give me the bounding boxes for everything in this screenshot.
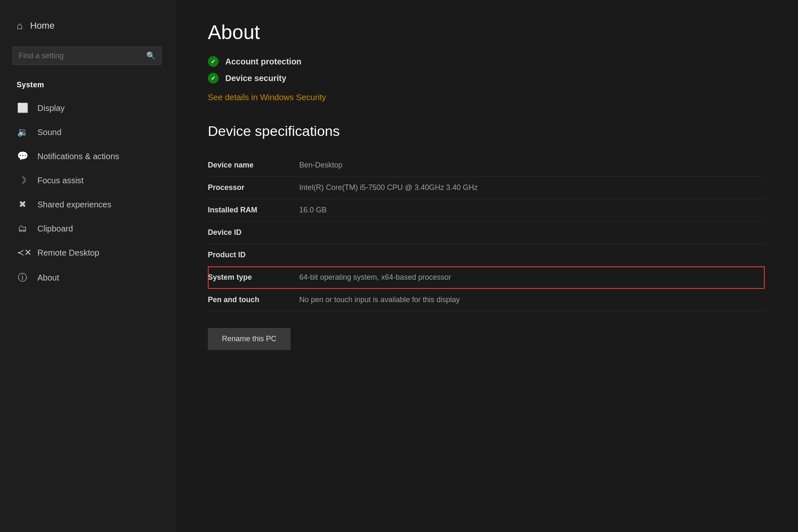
spec-row-pen-touch: Pen and touchNo pen or touch input is av… xyxy=(208,289,765,311)
clipboard-icon: 🗂 xyxy=(17,223,28,234)
sidebar-item-home[interactable]: ⌂ Home xyxy=(0,12,174,39)
search-input[interactable] xyxy=(19,52,146,60)
sidebar-item-notifications[interactable]: 💬 Notifications & actions xyxy=(0,144,174,168)
sidebar-item-remote[interactable]: ≺✕ Remote Desktop xyxy=(0,241,174,265)
spec-value-device-id xyxy=(299,222,765,244)
search-container: 🔍 xyxy=(12,47,162,65)
sidebar-item-sound-label: Sound xyxy=(37,128,62,137)
spec-label-system-type: System type xyxy=(208,266,299,289)
page-title: About xyxy=(208,21,765,44)
sidebar-item-notifications-label: Notifications & actions xyxy=(37,152,119,161)
account-protection-label: Account protection xyxy=(225,57,301,66)
device-security-label: Device security xyxy=(225,74,286,83)
spec-value-product-id xyxy=(299,244,765,266)
spec-row-device-id: Device ID xyxy=(208,222,765,244)
spec-value-ram: 16.0 GB xyxy=(299,199,765,222)
spec-label-device-id: Device ID xyxy=(208,222,299,244)
windows-security-link[interactable]: See details in Windows Security xyxy=(208,93,326,102)
notifications-icon: 💬 xyxy=(17,151,28,162)
spec-table: Device nameBen-DesktopProcessorIntel(R) … xyxy=(208,154,765,311)
sound-icon: 🔉 xyxy=(17,127,28,138)
display-icon: ⬜ xyxy=(17,103,28,113)
sidebar-item-shared[interactable]: ✖ Shared experiences xyxy=(0,192,174,217)
device-specs-title: Device specifications xyxy=(208,123,765,139)
remote-icon: ≺✕ xyxy=(17,247,28,258)
sidebar-item-clipboard[interactable]: 🗂 Clipboard xyxy=(0,217,174,241)
sidebar-item-focus[interactable]: ☽ Focus assist xyxy=(0,168,174,192)
spec-label-processor: Processor xyxy=(208,177,299,199)
sidebar-item-sound[interactable]: 🔉 Sound xyxy=(0,120,174,144)
sidebar-item-display-label: Display xyxy=(37,103,65,113)
sidebar-item-remote-label: Remote Desktop xyxy=(37,248,99,258)
sidebar: ⌂ Home 🔍 System ⬜ Display 🔉 Sound 💬 Noti… xyxy=(0,0,175,532)
spec-value-system-type: 64-bit operating system, x64-based proce… xyxy=(299,266,765,289)
sidebar-item-about[interactable]: ⓘ About xyxy=(0,265,174,291)
shared-icon: ✖ xyxy=(17,199,28,210)
spec-row-processor: ProcessorIntel(R) Core(TM) i5-7500 CPU @… xyxy=(208,177,765,199)
spec-label-product-id: Product ID xyxy=(208,244,299,266)
sidebar-item-focus-label: Focus assist xyxy=(37,176,84,185)
main-content: About Account protection Device security… xyxy=(175,0,798,532)
spec-label-device-name: Device name xyxy=(208,154,299,177)
spec-value-processor: Intel(R) Core(TM) i5-7500 CPU @ 3.40GHz … xyxy=(299,177,765,199)
spec-row-ram: Installed RAM16.0 GB xyxy=(208,199,765,222)
spec-row-product-id: Product ID xyxy=(208,244,765,266)
device-security-check-icon xyxy=(208,73,219,84)
sidebar-item-about-label: About xyxy=(37,273,59,283)
home-icon: ⌂ xyxy=(17,20,23,32)
sidebar-item-clipboard-label: Clipboard xyxy=(37,224,73,234)
spec-row-system-type: System type64-bit operating system, x64-… xyxy=(208,266,765,289)
spec-row-device-name: Device nameBen-Desktop xyxy=(208,154,765,177)
sidebar-section-system: System xyxy=(0,76,174,96)
sidebar-item-shared-label: Shared experiences xyxy=(37,200,111,209)
spec-label-ram: Installed RAM xyxy=(208,199,299,222)
spec-value-device-name: Ben-Desktop xyxy=(299,154,765,177)
sidebar-home-label: Home xyxy=(30,20,55,31)
security-item-device: Device security xyxy=(208,73,765,84)
rename-pc-button[interactable]: Rename this PC xyxy=(208,328,291,350)
about-icon: ⓘ xyxy=(17,271,28,284)
search-icon: 🔍 xyxy=(146,51,155,60)
sidebar-item-display[interactable]: ⬜ Display xyxy=(0,96,174,120)
account-protection-check-icon xyxy=(208,56,219,67)
focus-icon: ☽ xyxy=(17,175,28,186)
spec-label-pen-touch: Pen and touch xyxy=(208,289,299,311)
security-item-account: Account protection xyxy=(208,56,765,67)
spec-value-pen-touch: No pen or touch input is available for t… xyxy=(299,289,765,311)
